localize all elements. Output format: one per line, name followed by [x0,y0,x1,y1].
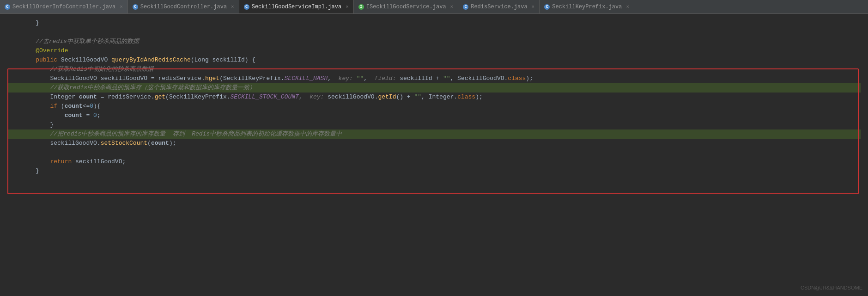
line-code: //获取redis中秒杀商品的预库存（这个预库存就和数据库的库存数量一致） [21,83,861,92]
line-code [21,148,861,157]
tab-close[interactable]: × [532,4,535,10]
tab-icon-c4: C [463,4,468,10]
code-line: seckillGoodVO.setStockCount(count); [7,139,861,148]
line-code: //获取Redis中初始化的秒杀商品数据 [21,65,861,74]
code-line [7,28,861,37]
tab-close[interactable]: × [231,4,234,10]
line-code: return seckillGoodVO; [21,157,861,166]
tab-icon-c5: C [544,4,550,10]
tab-close[interactable]: × [626,4,629,10]
line-code: if (count<=0){ [21,102,861,111]
line-code: SeckillGoodVO seckillGoodVO = redisServi… [21,74,861,83]
tab-label: RedisService.java [471,4,527,10]
code-line: count = 0; [7,111,861,120]
tab-close[interactable]: × [120,4,123,10]
line-code: } [21,18,861,28]
line-code: public SeckillGoodVO queryByIdAndRedisCa… [21,56,861,65]
tab-label: SeckillGoodController.java [140,4,227,10]
tab-close[interactable]: × [346,4,349,10]
tab-close[interactable]: × [450,4,454,10]
line-code: Integer count = redisService.get(Seckill… [21,92,861,102]
tab-icon-c: C [5,4,10,10]
code-line: SeckillGoodVO seckillGoodVO = redisServi… [7,74,861,83]
code-line: @Override [7,46,861,56]
tab-icon-c2: C [133,4,138,10]
code-line: //把redis中秒杀商品的预库存的库存数量 存到 Redis中秒杀商品列表的初… [7,130,861,139]
tab-icon-c3: C [244,4,249,10]
line-code: } [21,120,861,130]
line-code [21,28,861,37]
line-code: //去redis中获取单个秒杀商品的数据 [21,37,861,46]
code-line: } [7,120,861,130]
code-content[interactable]: } //去redis中获取单个秒杀商品的数据 @Override public … [0,14,868,296]
code-line: //去redis中获取单个秒杀商品的数据 [7,37,861,46]
tab-iseckill-good-service[interactable]: I ISeckillGoodService.java × [354,0,458,13]
tab-seckill-good-controller[interactable]: C SeckillGoodController.java × [128,0,239,13]
line-code: //把redis中秒杀商品的预库存的库存数量 存到 Redis中秒杀商品列表的初… [21,130,861,139]
tab-seckill-good-service-impl[interactable]: C SeckillGoodServiceImpl.java × [239,0,354,13]
code-line: //获取Redis中初始化的秒杀商品数据 [7,65,861,74]
tab-icon-i: I [358,4,364,10]
line-code: seckillGoodVO.setStockCount(count); [21,139,861,148]
code-line: if (count<=0){ [7,102,861,111]
code-line: } [7,166,861,176]
tab-label: ISeckillGoodService.java [366,4,446,10]
code-line: //获取redis中秒杀商品的预库存（这个预库存就和数据库的库存数量一致） [7,83,861,92]
watermark: CSDN@JH&&HANDSOME [801,283,862,292]
editor-area: } //去redis中获取单个秒杀商品的数据 @Override public … [0,14,868,296]
tab-redis-service[interactable]: C RedisService.java × [458,0,540,13]
tab-seckill-order[interactable]: C SeckillOrderInfoController.java × [0,0,128,13]
tab-label: SeckillKeyPrefix.java [552,4,622,10]
code-line: public SeckillGoodVO queryByIdAndRedisCa… [7,56,861,65]
tab-bar: C SeckillOrderInfoController.java × C Se… [0,0,868,14]
line-code: @Override [21,46,861,56]
tab-label: SeckillOrderInfoController.java [12,4,115,10]
code-line: return seckillGoodVO; [7,157,861,166]
tab-label: SeckillGoodServiceImpl.java [252,4,341,10]
line-code: } [21,166,861,176]
code-line: } [7,18,861,28]
tab-seckill-key-prefix[interactable]: C SeckillKeyPrefix.java × [540,0,634,13]
code-line [7,148,861,157]
code-line: Integer count = redisService.get(Seckill… [7,92,861,102]
line-code: count = 0; [21,111,861,120]
